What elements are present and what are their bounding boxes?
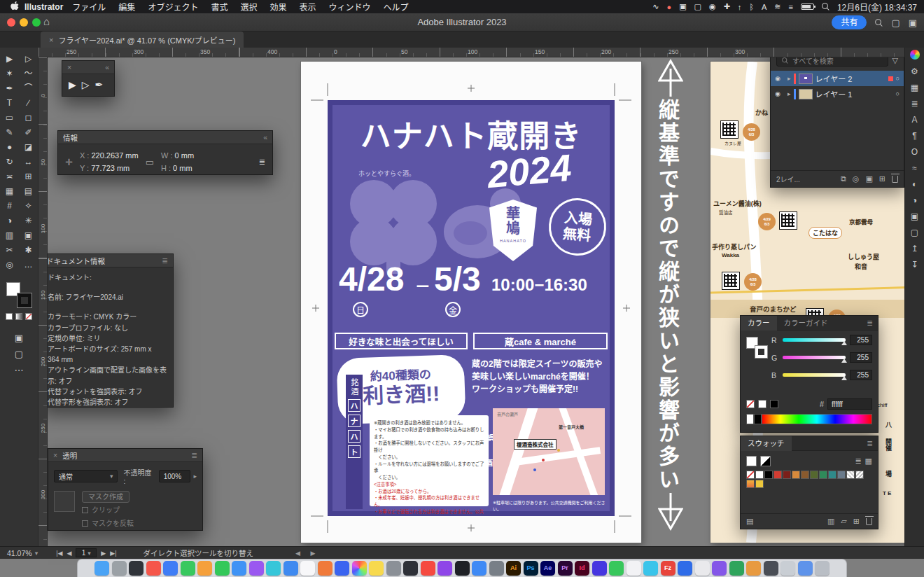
dock-icon[interactable] (780, 561, 795, 576)
dock-icon[interactable] (352, 561, 367, 576)
first-artboard-button[interactable]: |◀ (56, 550, 62, 557)
swatch[interactable] (764, 471, 773, 479)
dock-icon[interactable] (369, 561, 384, 576)
tool-icon[interactable]: ⌒ (19, 81, 38, 96)
tool-icon[interactable]: … (19, 258, 38, 272)
status-icon[interactable]: ▣ (679, 2, 686, 11)
dock-icon[interactable] (455, 561, 470, 576)
menubar-item[interactable]: 表示 (293, 1, 322, 13)
panel-icon[interactable]: ▢ (911, 228, 918, 237)
swatch[interactable] (837, 471, 846, 479)
expand-chevron-icon[interactable]: ▸ (788, 75, 791, 82)
dock-icon[interactable] (609, 561, 624, 576)
mini-tool-icon[interactable]: ✒ (95, 79, 104, 90)
close-tab-icon[interactable]: × (49, 36, 53, 44)
edit-toolbar-icon[interactable]: ⋯ (15, 365, 24, 375)
delete-swatch-icon[interactable] (866, 518, 872, 525)
layer-name[interactable]: レイヤー 2 (816, 73, 886, 84)
panel-menu-icon[interactable]: ≣ (162, 256, 168, 265)
dock-icon[interactable] (695, 561, 710, 576)
tool-icon[interactable]: # (0, 199, 19, 214)
gradient-button[interactable] (15, 313, 22, 320)
panel-menu-icon[interactable]: ≣ (862, 319, 878, 327)
swatch[interactable] (828, 471, 836, 479)
collect-export-icon[interactable]: ⧉ (841, 174, 846, 183)
dock-icon[interactable] (129, 561, 144, 576)
dock-icon[interactable]: Ps (524, 561, 538, 576)
transparency-panel-title[interactable]: 透明 (62, 450, 77, 461)
visibility-eye-icon[interactable]: ◉ (775, 90, 785, 97)
white-spectrum-swatch[interactable] (746, 414, 754, 424)
black-swatch[interactable] (770, 400, 778, 408)
tool-icon[interactable]: ✶ (0, 67, 19, 81)
tool-icon[interactable]: 〜 (19, 67, 38, 81)
dock-icon[interactable] (489, 561, 504, 576)
panel-icon[interactable]: ≈ (912, 164, 917, 172)
tool-icon[interactable]: ≍ (0, 169, 19, 184)
new-swatch-icon[interactable]: ⊞ (853, 517, 860, 526)
tool-icon[interactable]: ▣ (19, 228, 38, 243)
collapse-panel-icon[interactable]: « (263, 133, 267, 141)
white-swatch[interactable] (746, 456, 757, 466)
dock-icon[interactable] (643, 561, 658, 576)
status-icon[interactable]: ∿ (652, 2, 659, 11)
swatch[interactable] (746, 471, 755, 479)
menubar-item[interactable]: 書式 (204, 1, 234, 13)
dock-icon[interactable] (215, 561, 230, 576)
visibility-eye-icon[interactable]: ◉ (775, 75, 785, 82)
swatch[interactable] (792, 471, 800, 479)
panel-icon[interactable]: ⚙ (911, 67, 918, 76)
swatch[interactable] (819, 471, 827, 479)
tab-color[interactable]: カラー (741, 316, 777, 331)
blend-mode-select[interactable]: 通常 ▾ (54, 470, 118, 482)
docinfo-panel-title[interactable]: ドキュメント情報 (46, 256, 105, 266)
menubar-item[interactable]: ファイル (66, 1, 112, 13)
tool-icon[interactable]: ◎ (0, 258, 19, 272)
search-icon[interactable] (875, 19, 883, 27)
target-circle-icon[interactable]: ○ (896, 75, 899, 82)
dock-icon[interactable] (386, 561, 401, 576)
channel-value[interactable]: 255 (850, 335, 872, 345)
tool-icon[interactable]: ✒ (0, 81, 19, 96)
dock-icon[interactable]: Pr (558, 561, 573, 576)
swatch[interactable] (746, 480, 755, 488)
swatch[interactable] (755, 480, 764, 488)
black-spectrum-swatch[interactable] (754, 414, 762, 424)
share-button[interactable]: 共有 (832, 15, 867, 29)
layer-thumbnail[interactable] (799, 89, 813, 99)
tool-icon[interactable]: ▥ (0, 228, 19, 243)
menubar-app-name[interactable]: Illustrator (24, 2, 63, 12)
new-sublayer-icon[interactable]: ▣ (865, 174, 872, 183)
dock-icon[interactable] (335, 561, 349, 576)
status-icon[interactable]: ● (667, 3, 672, 11)
dock-icon[interactable] (181, 561, 195, 576)
dock-icon[interactable] (678, 561, 692, 576)
tool-icon[interactable]: ✐ (19, 125, 38, 140)
grid-view-icon[interactable]: ▦ (865, 457, 872, 466)
tab-color-guide[interactable]: カラーガイド (777, 316, 835, 331)
mini-tool-icon[interactable]: ▶ (69, 79, 76, 90)
status-icon[interactable]: ≋ (774, 2, 780, 11)
spotlight-search-icon[interactable] (822, 3, 830, 11)
horizontal-ruler[interactable]: 250300350400050100150200250300 (38, 48, 904, 57)
swatch-kinds-icon[interactable]: ▥ (827, 517, 834, 526)
swatch[interactable] (755, 471, 764, 479)
tool-icon[interactable]: T (0, 96, 19, 111)
dock-icon[interactable] (266, 561, 281, 576)
tool-icon[interactable]: ◪ (19, 140, 38, 155)
dock-icon[interactable] (112, 561, 127, 576)
channel-value[interactable]: 255 (850, 370, 872, 380)
panel-icon[interactable]: ↧ (911, 260, 918, 269)
menubar-item[interactable]: ヘルプ (377, 1, 414, 13)
dock-icon[interactable] (626, 561, 641, 576)
fill-stroke-indicator[interactable] (746, 337, 767, 358)
dock-icon[interactable]: Ai (506, 561, 521, 576)
dock-icon[interactable] (284, 561, 298, 576)
status-icon[interactable]: ≡ (789, 3, 793, 11)
tool-icon[interactable]: ↻ (0, 155, 19, 169)
color-wheel-icon[interactable] (910, 50, 920, 60)
dock-icon[interactable] (592, 561, 607, 576)
tool-icon[interactable]: ✳ (19, 214, 38, 228)
tool-icon[interactable]: ▦ (0, 184, 19, 199)
hex-value-field[interactable]: ffffff (827, 398, 872, 410)
